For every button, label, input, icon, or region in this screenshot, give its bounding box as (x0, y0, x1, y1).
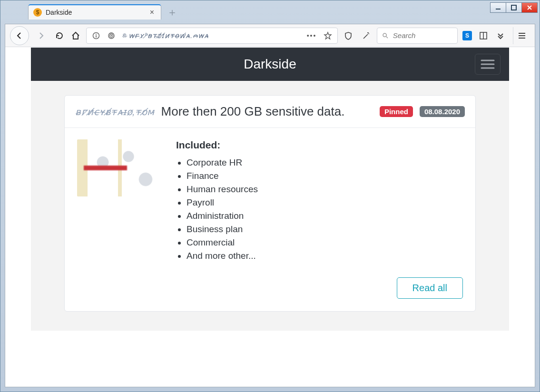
shield-icon[interactable] (343, 30, 354, 41)
close-tab-button[interactable]: × (148, 8, 156, 17)
post-card: ᴃ̵ᴦ̷ᴎ̸ᴄ̶ʏ̴ᴃ̸ᴛ̴ᴀ̵ɪ̶ᴏ̷,ᴛ̴ᴏ̸ᴍ̵ More then 20… (64, 95, 476, 312)
search-input[interactable] (392, 31, 452, 40)
svg-rect-1 (511, 5, 516, 10)
page-actions-icon[interactable]: ••• (306, 30, 317, 41)
list-item: Finance (187, 171, 463, 181)
window-controls (490, 2, 538, 13)
list-item: Payroll (187, 197, 463, 208)
badge-pinned: Pinned (380, 106, 413, 117)
address-bar[interactable]: ೩ᴡ̴ᴦ̶ʏ̷ʰ̷ʙ̴ᴛ̵ᴢ̸ɪ̸ᴎ̷ᴛ̴ᴏ̶ᴡ̸ᴀ̵.ᴒ̶ᴡ̴ᴀ̵ ••• (86, 28, 338, 44)
list-item: Administration (187, 211, 463, 221)
page-viewport[interactable]: Darkside ᴃ̵ᴦ̷ᴎ̸ᴄ̶ʏ̴ᴃ̸ᴛ̴ᴀ̵ɪ̶ᴏ̷,ᴛ̴ᴏ̸ᴍ̵ Mor… (5, 48, 535, 387)
hamburger-icon (481, 59, 495, 69)
app-menu-button[interactable] (513, 27, 530, 44)
search-icon (382, 32, 388, 39)
browser-shell: ೩ᴡ̴ᴦ̶ʏ̷ʰ̷ʙ̴ᴛ̵ᴢ̸ɪ̸ᴎ̷ᴛ̴ᴏ̶ᴡ̸ᴀ̵.ᴒ̶ᴡ̴ᴀ̵ ••• (5, 24, 535, 387)
post-source-obscured: ᴃ̵ᴦ̷ᴎ̸ᴄ̶ʏ̴ᴃ̸ᴛ̴ᴀ̵ɪ̶ᴏ̷,ᴛ̴ᴏ̸ᴍ̵ (75, 106, 155, 118)
included-heading: Included: (176, 139, 463, 151)
tab-title: Darkside (46, 9, 148, 16)
url-text: ೩ᴡ̴ᴦ̶ʏ̷ʰ̷ʙ̴ᴛ̵ᴢ̸ɪ̸ᴎ̷ᴛ̴ᴏ̶ᴡ̸ᴀ̵.ᴒ̶ᴡ̴ᴀ̵ (121, 31, 302, 40)
search-bar[interactable] (377, 28, 458, 44)
badge-date: 08.08.2020 (420, 106, 465, 117)
post-title: More then 200 GB sensitive data. (161, 104, 345, 119)
browser-tab-active[interactable]: $ Darkside × (28, 4, 161, 20)
extensions-group: S (462, 30, 506, 41)
page-root: Darkside ᴃ̵ᴦ̷ᴎ̸ᴄ̶ʏ̴ᴃ̸ᴛ̴ᴀ̵ɪ̶ᴏ̷,ᴛ̴ᴏ̸ᴍ̵ Mor… (5, 48, 535, 387)
reload-button[interactable] (54, 30, 65, 41)
forward-button[interactable] (34, 28, 49, 43)
browser-toolbar: ೩ᴡ̴ᴦ̶ʏ̷ʰ̷ʙ̴ᴛ̵ᴢ̸ɪ̸ᴎ̷ᴛ̴ᴏ̶ᴡ̸ᴀ̵.ᴒ̶ᴡ̴ᴀ̵ ••• (5, 24, 535, 47)
extension-s-icon[interactable]: S (462, 31, 472, 40)
window-frame: $ Darkside × ＋ (0, 0, 540, 392)
read-all-button[interactable]: Read all (397, 277, 463, 299)
svg-rect-0 (496, 9, 501, 10)
tab-strip: $ Darkside × ＋ (0, 0, 540, 20)
magic-wand-icon[interactable] (361, 30, 372, 41)
maximize-button[interactable] (506, 2, 522, 13)
minimize-button[interactable] (490, 2, 506, 13)
home-button[interactable] (70, 30, 81, 41)
close-window-button[interactable] (521, 2, 538, 13)
svg-point-8 (383, 33, 386, 37)
post-listing: Included: Corporate HR Finance Human res… (176, 139, 463, 264)
overflow-chevron-icon[interactable] (495, 30, 506, 41)
post-header: ᴃ̵ᴦ̷ᴎ̸ᴄ̶ʏ̴ᴃ̸ᴛ̴ᴀ̵ɪ̶ᴏ̷,ᴛ̴ᴏ̸ᴍ̵ More then 20… (65, 96, 475, 128)
list-item: Human resources (187, 184, 463, 195)
reader-view-icon[interactable] (478, 30, 489, 41)
post-thumbnail (77, 139, 163, 196)
included-list: Corporate HR Finance Human resources Pay… (187, 157, 463, 261)
site-info-icon[interactable] (90, 30, 102, 41)
svg-point-3 (96, 34, 97, 35)
list-item: Business plan (187, 224, 463, 235)
list-item: Commercial (187, 237, 463, 248)
tab-favicon-icon: $ (33, 8, 42, 17)
onion-icon[interactable] (106, 30, 117, 41)
back-button[interactable] (10, 26, 29, 45)
site-menu-button[interactable] (475, 54, 501, 75)
new-tab-button[interactable]: ＋ (165, 5, 179, 20)
site-navbar: Darkside (31, 48, 509, 81)
list-item: Corporate HR (187, 157, 463, 168)
list-item: And more other... (187, 251, 463, 261)
site-brand: Darkside (244, 57, 296, 72)
svg-point-7 (111, 35, 112, 36)
svg-rect-4 (96, 35, 97, 38)
bookmark-star-icon[interactable] (322, 30, 334, 41)
